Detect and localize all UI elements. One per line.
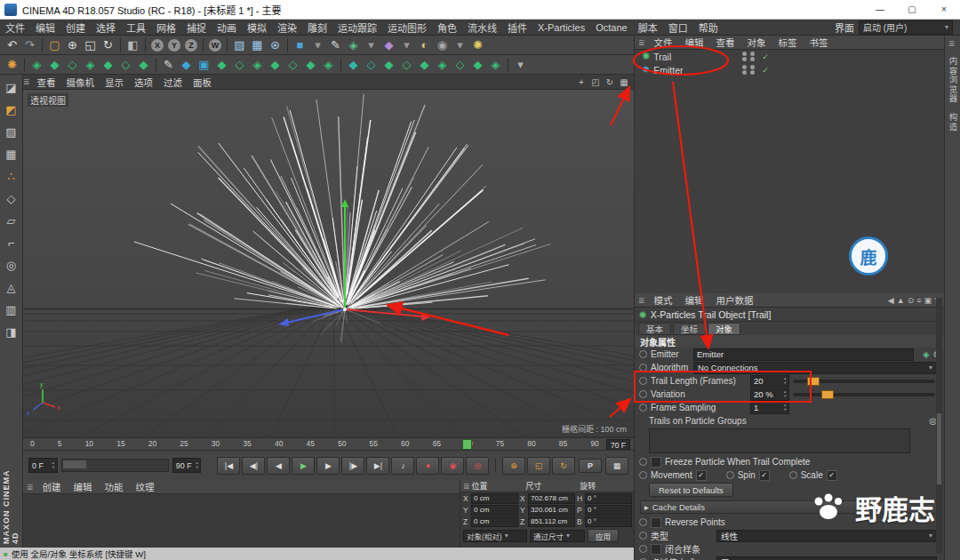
tab-object[interactable]: 对象	[708, 323, 740, 335]
xp-turbulence-icon[interactable]: ◇	[452, 57, 468, 73]
size-x-field[interactable]: 702.678 cm	[528, 493, 575, 504]
view-label[interactable]: 透视视图	[28, 93, 68, 107]
render-view-button[interactable]: ▨	[231, 37, 248, 53]
menu-item[interactable]: 动画	[212, 20, 242, 35]
xp-action-icon[interactable]: ◆	[135, 57, 152, 73]
enabled-check-icon[interactable]: ✓	[762, 66, 769, 75]
lock-workplane-icon[interactable]: ▥	[3, 301, 20, 317]
menu-item[interactable]: 角色	[432, 20, 462, 35]
rotation-p-field[interactable]: 0 °	[585, 505, 632, 516]
rotate-view-icon[interactable]: ↻	[604, 76, 616, 88]
enabled-check-icon[interactable]: ✓	[762, 52, 769, 61]
enable-axis-icon[interactable]: ⌐	[3, 235, 20, 251]
viewport-menu-item[interactable]: 选项	[129, 76, 158, 89]
slider-handle[interactable]	[807, 377, 820, 386]
menu-item[interactable]: 网格	[151, 20, 181, 35]
reverse-points-checkbox[interactable]	[651, 517, 661, 528]
xp-gravity-icon[interactable]: ◆	[469, 57, 486, 73]
stepper-icon[interactable]: ▴▾	[196, 461, 197, 469]
movement-checkbox[interactable]: ✓	[696, 470, 707, 481]
menu-item[interactable]: 捕捉	[181, 20, 212, 35]
om-menu-item[interactable]: 标签	[773, 36, 803, 49]
menu-item[interactable]: 运动图形	[382, 20, 432, 35]
xp-dynamics-icon[interactable]: ◆	[345, 57, 362, 73]
coord-sys-button[interactable]: P	[579, 459, 602, 473]
object-properties-section[interactable]: 对象属性	[635, 335, 944, 348]
redo-icon[interactable]: ↷	[21, 37, 38, 53]
timeline-tick[interactable]: 30	[212, 439, 220, 448]
xp-wind-icon[interactable]: ◈	[434, 57, 451, 73]
param-circle-icon[interactable]	[639, 532, 647, 540]
menu-item[interactable]: 流水线	[462, 20, 502, 35]
attr-menu-item[interactable]: 用户数据	[711, 293, 759, 307]
xp-domain-icon[interactable]: ▣	[196, 57, 212, 73]
viewport-canvas[interactable]: yxz 透视视图 栅格间距 : 100 cm	[23, 90, 634, 437]
xp-trail-icon[interactable]: ◈	[82, 57, 99, 73]
xp-spawn-icon[interactable]: ◇	[284, 57, 301, 73]
apply-button[interactable]: 应用	[588, 529, 619, 542]
rotate-tool-icon[interactable]: ↻	[100, 37, 116, 53]
param-circle-icon[interactable]	[789, 471, 797, 479]
pick-object-icon[interactable]: ◈	[923, 349, 930, 359]
z-axis-button[interactable]: Z	[185, 39, 197, 52]
nav-back-icon[interactable]: ◀	[888, 296, 894, 305]
render-picture-viewer-button[interactable]: ▦	[249, 37, 266, 53]
scale-lock-icon[interactable]: ◱	[527, 457, 550, 475]
record-options-button[interactable]: ◎	[466, 457, 489, 475]
xp-cover-icon[interactable]: ◆	[267, 57, 284, 73]
goto-end-button[interactable]: ▶|	[366, 457, 389, 475]
om-menu-item[interactable]: 书签	[804, 36, 834, 49]
position-z-field[interactable]: 0 cm	[471, 516, 518, 527]
xp-sun-icon[interactable]: ✺	[4, 57, 20, 73]
timeline-tick[interactable]: 35	[243, 439, 251, 448]
last-tool-icon[interactable]: ◧	[124, 37, 141, 53]
slider-handle[interactable]	[821, 390, 834, 399]
light-button[interactable]: ✺	[469, 37, 486, 53]
algorithm-select[interactable]: No Connections ▾	[693, 362, 937, 374]
trail-length-field[interactable]: 20 ▴▾	[750, 375, 789, 388]
goto-start-button[interactable]: |◀	[217, 457, 240, 475]
size-y-field[interactable]: 320.061 cm	[528, 505, 575, 516]
timeline-tick[interactable]: 60	[401, 439, 409, 448]
groups-list-box[interactable]	[649, 428, 910, 453]
panel-grip-icon[interactable]: ≣	[638, 296, 645, 305]
menu-item[interactable]: 雕刻	[302, 20, 332, 35]
dropdown-caret-icon[interactable]: ▾	[363, 37, 380, 53]
param-circle-icon[interactable]	[639, 390, 647, 398]
menu-item[interactable]: 编辑	[30, 20, 60, 35]
freeze-checkbox[interactable]	[651, 457, 661, 468]
variation-field[interactable]: 20 % ▴▾	[750, 388, 789, 401]
xp-network-icon[interactable]: ◇	[398, 57, 415, 73]
menu-item[interactable]: 窗口	[663, 20, 693, 35]
current-frame-marker[interactable]	[462, 439, 472, 450]
switch-view-icon[interactable]: ▦	[618, 76, 630, 88]
param-circle-icon[interactable]	[639, 545, 647, 553]
viewport-menu-item[interactable]: 过滤	[158, 76, 188, 89]
live-selection-icon[interactable]: ▢	[46, 37, 63, 53]
menu-item-xparticles[interactable]: X-Particles	[532, 22, 590, 33]
next-key-button[interactable]: |▶	[341, 457, 364, 475]
timeline-scroll-thumb[interactable]	[63, 460, 86, 468]
timeline-tick[interactable]: 10	[85, 439, 93, 448]
tab-structure[interactable]: 构造	[947, 113, 959, 132]
xp-sound-icon[interactable]: ◈	[249, 57, 266, 73]
param-circle-icon[interactable]	[639, 364, 647, 372]
x-axis-button[interactable]: X	[151, 39, 164, 52]
timeline-tick[interactable]: 80	[527, 439, 535, 448]
timeline-tick[interactable]: 55	[370, 439, 378, 448]
menu-item-octane[interactable]: Octane	[590, 22, 632, 33]
xp-modifier-icon[interactable]: ◆	[100, 57, 116, 73]
xp-question-icon[interactable]: ◇	[117, 57, 134, 73]
trail-length-slider[interactable]	[793, 380, 935, 383]
position-x-field[interactable]: 0 cm	[471, 493, 518, 504]
xp-group-icon[interactable]: ◇	[64, 57, 81, 73]
xp-system-icon[interactable]: ◈	[28, 57, 45, 73]
object-row-trail[interactable]: ✺ Trail ✓	[635, 50, 944, 63]
pan-view-icon[interactable]: +	[575, 76, 588, 88]
material-menu-item[interactable]: 功能	[100, 480, 129, 493]
texture-mode-icon[interactable]: ▨	[3, 124, 20, 140]
coord-system-button[interactable]: W	[209, 39, 221, 52]
timeline-tick[interactable]: 40	[275, 439, 283, 448]
viewport-menu-item[interactable]: 摄像机	[61, 76, 100, 89]
param-circle-icon[interactable]	[639, 404, 647, 412]
